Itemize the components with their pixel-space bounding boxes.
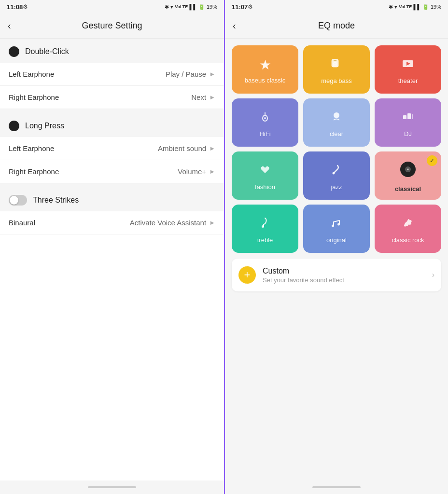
- left-earphone-ambient-row[interactable]: Left Earphone Ambient sound ►: [0, 137, 224, 160]
- bluetooth-icon: ✱: [165, 4, 169, 10]
- theater-label: theater: [398, 77, 418, 84]
- original-label: original: [326, 236, 347, 244]
- eq-card-classic-rock[interactable]: classic rock: [375, 205, 441, 253]
- dj-label: DJ: [404, 130, 412, 137]
- eq-card-jazz[interactable]: jazz: [303, 151, 370, 200]
- svg-point-19: [332, 225, 334, 227]
- svg-rect-3: [334, 60, 336, 61]
- status-icons-right: ✱ ▾ VoLTE ▌▌ 🔋 19%: [389, 4, 441, 10]
- status-bar-right: 11:07 ⚙ ✱ ▾ VoLTE ▌▌ 🔋 19%: [225, 0, 448, 14]
- mega-bass-label: mega bass: [321, 77, 352, 84]
- bottom-bar-right: [312, 486, 361, 488]
- long-press-header: Long Press: [0, 113, 224, 137]
- hifi-label: HiFi: [259, 130, 270, 137]
- eq-card-baseus-classic[interactable]: ★ baseus classic: [232, 45, 298, 94]
- custom-plus-icon: +: [238, 266, 256, 284]
- gear-icon-right: ⚙: [248, 3, 253, 10]
- eq-card-theater[interactable]: theater: [375, 45, 441, 94]
- fashion-label: fashion: [255, 183, 275, 191]
- clear-icon: [330, 110, 343, 126]
- volte-icon-right: VoLTE: [399, 4, 412, 9]
- dj-icon: [401, 110, 415, 126]
- battery-icon: 🔋: [198, 4, 205, 10]
- classical-check-badge: ✓: [427, 155, 437, 166]
- right-earphone-next-text: Next: [191, 93, 206, 101]
- classical-icon: [399, 161, 417, 181]
- jazz-label: jazz: [331, 183, 342, 191]
- battery-right: 19%: [431, 4, 441, 10]
- back-button-right[interactable]: ‹: [233, 20, 236, 31]
- eq-card-hifi[interactable]: HiFi: [232, 98, 298, 147]
- baseus-classic-icon: ★: [259, 57, 271, 73]
- chevron-icon-3: ►: [209, 145, 215, 152]
- time-left: 11:08: [7, 3, 23, 11]
- right-earphone-volume-label: Right Earphone: [9, 167, 59, 176]
- wifi-icon: ▾: [170, 4, 173, 10]
- eq-card-mega-bass[interactable]: mega bass: [303, 45, 370, 94]
- svg-point-9: [334, 112, 339, 118]
- right-panel: 11:07 ⚙ ✱ ▾ VoLTE ▌▌ 🔋 19% ‹ EQ mode ★ b…: [224, 0, 448, 494]
- svg-point-8: [264, 117, 266, 119]
- mega-bass-icon: [330, 56, 343, 73]
- custom-title: Custom: [263, 267, 344, 275]
- binaural-text: Activate Voice Assistant: [130, 219, 206, 227]
- custom-row[interactable]: + Custom Set your favorite sound effect …: [232, 259, 441, 291]
- binaural-row[interactable]: Binaural Activate Voice Assistant ►: [0, 211, 224, 234]
- double-click-dot: [9, 46, 19, 57]
- bluetooth-icon-right: ✱: [389, 4, 393, 10]
- bottom-indicator-left: [0, 480, 224, 494]
- classic-rock-label: classic rock: [392, 236, 424, 244]
- three-strikes-toggle[interactable]: [9, 195, 27, 206]
- volte-icon: VoLTE: [175, 4, 188, 9]
- right-earphone-volume-row[interactable]: Right Earphone Volume+ ►: [0, 160, 224, 183]
- chevron-icon-2: ►: [209, 94, 215, 101]
- classic-rock-icon: [401, 216, 415, 233]
- custom-chevron-icon: ›: [432, 271, 434, 279]
- left-earphone-play-row[interactable]: Left Earphone Play / Pause ►: [0, 63, 224, 86]
- right-earphone-volume-text: Volume+: [178, 167, 206, 176]
- bottom-indicator-right: [225, 480, 448, 494]
- header-left: ‹ Gesture Setting: [0, 14, 224, 39]
- left-earphone-ambient-text: Ambient sound: [158, 144, 206, 152]
- eq-content: ★ baseus classic mega bass: [225, 39, 448, 480]
- treble-icon: [258, 216, 272, 233]
- baseus-classic-label: baseus classic: [245, 77, 286, 84]
- gear-icon: ⚙: [23, 3, 28, 10]
- treble-label: treble: [257, 236, 273, 244]
- status-bar-left: 11:08 ⚙ ✱ ▾ VoLTE ▌▌ 🔋 19%: [0, 0, 224, 14]
- left-earphone-play-text: Play / Pause: [166, 70, 206, 78]
- eq-card-original[interactable]: original: [303, 205, 370, 253]
- battery-icon-right: 🔋: [422, 4, 429, 10]
- eq-card-fashion[interactable]: fashion: [232, 151, 298, 200]
- content-left: Double-Click Left Earphone Play / Pause …: [0, 39, 224, 480]
- double-click-title: Double-Click: [25, 47, 69, 56]
- classical-label: classical: [395, 185, 421, 192]
- left-earphone-play-value: Play / Pause ►: [166, 70, 215, 78]
- time-right: 11:07: [232, 3, 248, 11]
- clear-label: clear: [330, 130, 343, 137]
- back-button-left[interactable]: ‹: [8, 20, 11, 31]
- long-press-dot: [9, 121, 19, 131]
- fashion-icon: [258, 163, 272, 179]
- long-press-title: Long Press: [25, 122, 64, 130]
- eq-card-clear[interactable]: clear: [303, 98, 370, 147]
- eq-card-dj[interactable]: DJ: [375, 98, 441, 147]
- eq-card-classical[interactable]: ✓ classical: [375, 151, 441, 200]
- signal-icon-right: ▌▌: [413, 4, 421, 10]
- bottom-bar-left: [88, 486, 136, 488]
- theater-icon: [401, 56, 415, 73]
- custom-text: Custom Set your favorite sound effect: [263, 267, 344, 284]
- original-icon: [330, 216, 343, 233]
- three-strikes-header: Three Strikes: [0, 187, 224, 211]
- divider-1: [0, 109, 224, 113]
- svg-point-18: [262, 225, 264, 228]
- page-title-left: Gesture Setting: [82, 21, 142, 31]
- chevron-icon-1: ►: [209, 70, 215, 78]
- left-earphone-ambient-label: Left Earphone: [9, 144, 54, 152]
- wifi-icon-right: ▾: [394, 4, 397, 10]
- right-earphone-next-row[interactable]: Right Earphone Next ►: [0, 86, 224, 109]
- status-icons-left: ✱ ▾ VoLTE ▌▌ 🔋 19%: [165, 4, 217, 10]
- eq-card-treble[interactable]: treble: [232, 205, 298, 253]
- toggle-knob: [10, 196, 18, 205]
- binaural-value: Activate Voice Assistant ►: [130, 219, 215, 227]
